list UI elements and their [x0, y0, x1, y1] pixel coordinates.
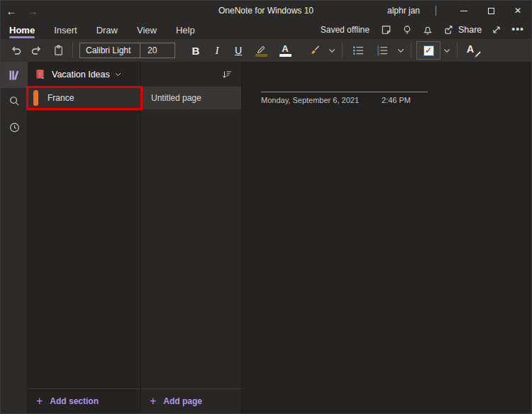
user-account[interactable]: alphr jan [387, 6, 420, 16]
notebook-name: Vacation Ideas [52, 70, 110, 80]
forward-button[interactable]: → [22, 1, 43, 21]
todo-tag-button[interactable]: ✓ [416, 41, 440, 60]
format-painter-dropdown[interactable] [326, 40, 338, 60]
bullet-list-button[interactable] [346, 40, 370, 60]
font-color-swatch [279, 54, 292, 57]
undo-button[interactable] [5, 40, 26, 60]
pages-header [141, 62, 241, 87]
close-icon: ✕ [514, 6, 521, 15]
svg-text:3: 3 [377, 52, 379, 56]
tab-help[interactable]: Help [176, 21, 195, 39]
toolbar-divider [72, 43, 73, 58]
share-icon [443, 24, 455, 36]
ribbon-tab-row: Home Insert Draw View Help Saved offline [1, 21, 531, 39]
share-label: Share [458, 25, 482, 35]
add-section-button[interactable]: + Add section [28, 388, 140, 413]
section-color-tab [33, 90, 38, 106]
page-item-untitled[interactable]: Untitled page [141, 87, 241, 109]
section-list: France [28, 87, 140, 388]
lightbulb-icon[interactable] [401, 24, 413, 36]
add-page-label: Add page [163, 396, 202, 406]
list-dropdown[interactable] [394, 40, 407, 60]
underline-label: U [235, 45, 242, 56]
page-canvas[interactable]: Monday, September 6, 2021 2:46 PM [242, 62, 531, 413]
page-title: Untitled page [151, 93, 201, 103]
page-time[interactable]: 2:46 PM [382, 96, 411, 104]
fullscreen-icon[interactable] [491, 24, 502, 36]
undo-icon [9, 44, 22, 57]
close-button[interactable]: ✕ [504, 1, 531, 21]
content-area: Vacation Ideas France + Add section [1, 62, 531, 413]
todo-checkbox-icon: ✓ [423, 45, 434, 56]
tag-dropdown[interactable] [440, 40, 453, 60]
toolbar-divider [457, 43, 458, 58]
ink-editor-button[interactable]: A [461, 40, 485, 60]
chevron-down-icon [443, 48, 450, 53]
bold-button[interactable]: B [185, 40, 206, 60]
share-button[interactable]: Share [443, 24, 482, 36]
add-section-label: Add section [50, 396, 99, 406]
toolbar-divider [411, 43, 411, 58]
titlebar-separator [436, 6, 436, 16]
minimize-button[interactable] [450, 1, 477, 21]
onenote-window: ← → OneNote for Windows 10 alphr jan ✕ H… [0, 0, 532, 414]
forward-arrow-icon: → [28, 5, 38, 17]
highlighter-icon [255, 44, 267, 53]
sections-panel: Vacation Ideas France + Add section [28, 62, 141, 413]
italic-label: I [216, 45, 219, 57]
sticky-notes-icon[interactable] [380, 24, 392, 36]
redo-icon [31, 44, 43, 57]
search-nav-button[interactable] [1, 88, 28, 114]
format-painter-icon [309, 44, 321, 57]
toolbar-divider [342, 43, 343, 58]
tab-draw[interactable]: Draw [96, 21, 118, 39]
page-list: Untitled page [141, 87, 241, 388]
minimize-icon [460, 11, 467, 11]
tab-view[interactable]: View [137, 21, 157, 39]
ink-editor-icon: A [465, 43, 481, 58]
font-color-label: A [282, 44, 288, 53]
font-name-select[interactable]: Calibri Light [79, 43, 140, 58]
pages-panel: Untitled page + Add page [141, 62, 242, 413]
page-date[interactable]: Monday, September 6, 2021 [261, 96, 359, 104]
clock-icon [9, 121, 21, 134]
notebook-dropdown[interactable]: Vacation Ideas [28, 62, 140, 87]
page-datetime-block: Monday, September 6, 2021 2:46 PM [261, 92, 428, 104]
bullet-list-icon [352, 45, 365, 56]
sort-pages-button[interactable] [221, 69, 233, 80]
maximize-icon [488, 8, 494, 14]
underline-button[interactable]: U [228, 40, 249, 60]
tab-insert[interactable]: Insert [54, 21, 77, 39]
italic-button[interactable]: I [206, 40, 228, 60]
font-size-select[interactable]: 20 [140, 43, 175, 58]
tab-home[interactable]: Home [9, 21, 35, 39]
highlighter-button[interactable] [249, 40, 273, 60]
formatting-toolbar: Calibri Light 20 B I U A [1, 39, 531, 62]
format-painter-button[interactable] [304, 40, 326, 60]
notebooks-nav-button[interactable] [1, 62, 28, 88]
back-button[interactable]: ← [1, 1, 22, 21]
search-icon [9, 95, 21, 107]
numbered-list-button[interactable]: 123 [370, 40, 394, 60]
plus-icon: + [150, 395, 156, 408]
notifications-bell-icon[interactable] [422, 24, 433, 36]
navigation-rail [1, 62, 28, 413]
notebooks-icon [8, 69, 21, 82]
chevron-down-icon [397, 48, 404, 53]
paste-button[interactable] [48, 40, 69, 60]
maximize-button[interactable] [477, 1, 504, 21]
highlight-color-swatch [255, 54, 267, 57]
titlebar: ← → OneNote for Windows 10 alphr jan ✕ [1, 1, 531, 21]
redo-button[interactable] [26, 40, 48, 60]
window-title: OneNote for Windows 10 [218, 1, 314, 21]
section-item-france[interactable]: France [28, 87, 140, 109]
more-options-icon[interactable]: ••• [511, 28, 524, 32]
add-page-button[interactable]: + Add page [141, 388, 241, 413]
recent-notes-nav-button[interactable] [1, 114, 28, 141]
red-highlight-annotation [26, 86, 143, 110]
sort-icon [221, 69, 233, 80]
section-name: France [48, 93, 74, 103]
sync-status: Saved offline [321, 25, 370, 35]
chevron-down-icon [115, 72, 121, 77]
font-color-button[interactable]: A [273, 40, 297, 60]
